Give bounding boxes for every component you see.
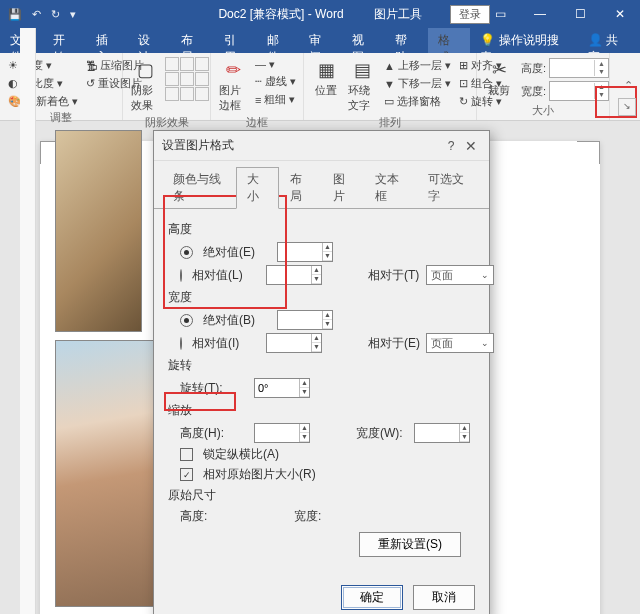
tab-mailings[interactable]: 邮件 [257,28,300,53]
group-size: 大小 [483,103,603,118]
annotation-height-width-inputs [163,195,287,309]
contrast-button[interactable]: ◐ 对比度 ▾ [6,75,80,92]
bring-forward[interactable]: ▲ 上移一层 ▾ [382,57,453,74]
shadow-effect-button[interactable]: ▢阴影效果 [129,57,161,115]
rotation-input[interactable]: ▲▼ [254,378,310,398]
height-relto-combo[interactable]: 页面⌄ [426,265,494,285]
crop-button[interactable]: ✂裁剪 [483,57,515,100]
reset-button[interactable]: 重新设置(S) [359,532,461,557]
height-field[interactable]: 高度:▲▼ [519,57,611,79]
tab-view[interactable]: 视图 [342,28,385,53]
group-border: 边框 [217,115,297,130]
maximize-button[interactable]: ☐ [560,0,600,28]
group-shadow: 阴影效果 [129,115,204,130]
width-relto-combo[interactable]: 页面⌄ [426,333,494,353]
ribbon: ☀ 亮度 ▾ ◐ 对比度 ▾ 🎨 重新着色 ▾ 🗜 压缩图片 ↺ 重设图片 调整… [0,53,640,121]
redo-icon[interactable]: ↻ [51,8,60,21]
dialog-close-icon[interactable]: ✕ [461,138,481,154]
ok-button[interactable]: 确定 [341,585,403,610]
inserted-photo-1[interactable] [55,130,142,332]
scale-width-input[interactable]: ▲▼ [414,423,470,443]
tab-insert[interactable]: 插入 [86,28,129,53]
save-icon[interactable]: 💾 [8,8,22,21]
quick-access-toolbar: 💾 ↶ ↻ ▾ [0,8,84,21]
relative-original-checkbox[interactable] [180,468,193,481]
wrap-text-button[interactable]: ▤环绕文字 [346,57,378,115]
tab-references[interactable]: 引用 [214,28,257,53]
tab-layout[interactable]: 布局 [171,28,214,53]
border-color[interactable]: — ▾ [253,57,298,72]
dlg-tab-textbox[interactable]: 文本框 [364,167,417,209]
dialog-title: 设置图片格式 [162,137,441,154]
annotation-lock-aspect [164,392,236,411]
group-arrange: 排列 [310,115,470,130]
undo-icon[interactable]: ↶ [32,8,41,21]
dlg-tab-size[interactable]: 大小 [236,167,279,209]
tab-tellme[interactable]: 💡 操作说明搜索 [470,28,576,53]
position-button[interactable]: ▦位置 [310,57,342,100]
margin-corner-tr [577,141,600,164]
close-button[interactable]: ✕ [600,0,640,28]
radio-width-abs[interactable] [180,314,193,327]
recolor-button[interactable]: 🎨 重新着色 ▾ [6,93,80,110]
picture-border-button[interactable]: ✏图片边框 [217,57,249,115]
width-rel-input[interactable]: ▲▼ [266,333,322,353]
radio-width-rel[interactable] [180,337,182,350]
share-button[interactable]: 👤 共享 [576,28,640,53]
dialog-help-icon[interactable]: ? [441,139,461,153]
tab-home[interactable]: 开始 [43,28,86,53]
minimize-button[interactable]: — [520,0,560,28]
section-origsize: 原始尺寸 [168,487,475,504]
contextual-tab-label: 图片工具 [374,6,422,23]
dlg-tab-alttext[interactable]: 可选文字 [417,167,481,209]
selection-pane[interactable]: ▭ 选择窗格 [382,93,453,110]
brightness-button[interactable]: ☀ 亮度 ▾ [6,57,80,74]
tab-format[interactable]: 格式 [428,28,471,53]
border-dash[interactable]: ┄ 虚线 ▾ [253,73,298,90]
tab-review[interactable]: 审阅 [299,28,342,53]
document-title: Doc2 [兼容模式] - Word [218,6,343,23]
shadow-nudge[interactable] [165,57,179,71]
ribbon-options-icon[interactable]: ▭ [480,0,520,28]
ribbon-tabs: 文件 开始 插入 设计 布局 引用 邮件 审阅 视图 帮助 格式 💡 操作说明搜… [0,28,640,53]
width-abs-input[interactable]: ▲▼ [277,310,333,330]
qat-more-icon[interactable]: ▾ [70,8,76,21]
collapse-ribbon-icon[interactable]: ⌃ [620,78,636,94]
size-dialog-launcher[interactable]: ↘ [618,98,636,116]
cancel-button[interactable]: 取消 [413,585,475,610]
section-rotation: 旋转 [168,357,475,374]
lock-aspect-checkbox[interactable] [180,448,193,461]
dlg-tab-picture[interactable]: 图片 [322,167,365,209]
titlebar: 💾 ↶ ↻ ▾ Doc2 [兼容模式] - Word 图片工具 登录 ▭ — ☐… [0,0,640,28]
vertical-ruler [20,28,36,614]
send-backward[interactable]: ▼ 下移一层 ▾ [382,75,453,92]
scale-height-input[interactable]: ▲▼ [254,423,310,443]
tab-help[interactable]: 帮助 [385,28,428,53]
border-weight[interactable]: ≡ 粗细 ▾ [253,91,298,108]
tab-design[interactable]: 设计 [128,28,171,53]
